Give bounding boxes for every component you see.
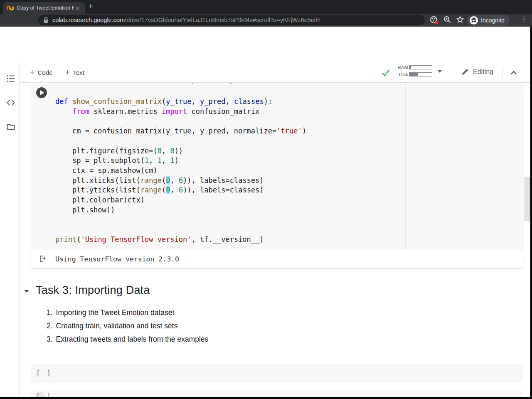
- code-token: show_confusion_matrix: [72, 97, 162, 106]
- code-token: )), labels=classes): [183, 186, 264, 194]
- list-number: 3.: [47, 335, 53, 344]
- code-token: ,: [225, 97, 234, 106]
- plus-icon: +: [65, 69, 70, 76]
- code-token: classes: [234, 97, 264, 106]
- list-item: 3. Extracting tweets and labels from the…: [47, 335, 208, 344]
- code-line[interactable]: plt.figure(figsize=(8, 8)): [55, 146, 306, 156]
- code-line[interactable]: plt.xticks(list(range(0, 6)), labels=cla…: [55, 176, 306, 186]
- list-item: 2. Creating train, validation and test s…: [47, 322, 177, 330]
- ram-label: RAM: [390, 64, 408, 71]
- address-bar[interactable]: colab.research.google.com/drive/17vsDGld…: [38, 15, 425, 25]
- add-text-label: Text: [73, 69, 85, 76]
- code-token: , tf.__version__): [192, 235, 264, 244]
- files-folder-icon[interactable]: [6, 122, 15, 131]
- code-token: ,: [162, 147, 170, 155]
- code-token: range: [140, 186, 162, 194]
- code-token: sklearn.metrics: [89, 107, 162, 116]
- code-token: plt.xticks(list(: [55, 176, 140, 185]
- code-token: plt.colorbar(ctx): [55, 196, 145, 204]
- lock-icon[interactable]: [43, 17, 49, 23]
- colab-header: Copy of Tweet Emotion Recognition - Lear…: [0, 27, 532, 63]
- code-token: 1: [170, 156, 174, 165]
- code-token: 8: [158, 147, 162, 155]
- editor-divider: [405, 84, 406, 250]
- browser-tab[interactable]: Copy of Tweet Emotion Rec ×: [3, 2, 85, 14]
- pencil-icon: [461, 68, 469, 76]
- disk-bar-fill: [409, 73, 418, 76]
- add-text-button[interactable]: + Text: [65, 69, 84, 76]
- window-edge-bottom: [0, 397, 532, 399]
- code-line[interactable]: [55, 136, 306, 146]
- partial-code-cell[interactable]: [ ]: [31, 390, 523, 397]
- zoom-icon[interactable]: [443, 15, 451, 24]
- extension-icon[interactable]: [430, 16, 438, 24]
- code-token: ): [175, 156, 179, 165]
- list-text: Importing the Tweet Emotion dataset: [56, 308, 175, 317]
- code-token: 1: [145, 156, 149, 165]
- disk-usage-bar[interactable]: [409, 72, 432, 76]
- code-line[interactable]: plt.show(): [55, 205, 306, 215]
- code-token: 'Using TensorFlow version': [81, 235, 191, 244]
- code-token: range: [140, 176, 162, 185]
- code-line[interactable]: plt.yticks(list(range(0, 6)), labels=cla…: [55, 185, 306, 195]
- code-token: [68, 97, 72, 106]
- bookmark-star-icon[interactable]: [456, 15, 464, 24]
- code-line[interactable]: cm = confusion_matrix(y_true, y_pred, no…: [55, 126, 306, 136]
- code-token: print: [55, 235, 76, 244]
- code-token: from: [72, 107, 89, 116]
- disk-label: Disk: [390, 71, 408, 78]
- code-line[interactable]: plt.colorbar(ctx): [55, 195, 306, 205]
- list-item: 1. Importing the Tweet Emotion dataset: [47, 308, 174, 317]
- code-token: (: [76, 235, 81, 244]
- resource-labels: RAM Disk: [390, 64, 408, 78]
- code-line[interactable]: [55, 116, 306, 126]
- tab-title: Copy of Tweet Emotion Rec: [17, 5, 74, 11]
- code-token: ,: [170, 176, 178, 185]
- code-token: def: [55, 97, 68, 106]
- cell-prompt: [ ]: [36, 369, 52, 377]
- code-token: confusion_matrix: [187, 107, 259, 116]
- add-code-button[interactable]: + Code: [30, 69, 52, 76]
- plus-icon: +: [30, 69, 34, 76]
- run-cell-button[interactable]: [36, 87, 47, 98]
- code-line[interactable]: [55, 225, 306, 235]
- notebook-toolbar: + Code + Text RAM Disk Editing: [20, 63, 532, 83]
- connected-check-icon: [381, 68, 391, 78]
- section-collapse-icon[interactable]: [24, 290, 29, 293]
- scrollbar-thumb[interactable]: [525, 177, 530, 221]
- code-cell: def show_confusion_matrix(y_true, y_pred…: [31, 84, 523, 268]
- code-line[interactable]: sp = plt.subplot(1, 1, 1): [55, 156, 306, 166]
- browser-menu-icon[interactable]: ⋮: [520, 15, 527, 24]
- code-token: plt.yticks(list(: [55, 186, 140, 194]
- table-of-contents-icon[interactable]: [6, 74, 15, 83]
- code-token: )), labels=classes): [183, 176, 264, 185]
- code-token: sp = plt.subplot(: [55, 156, 145, 165]
- code-token: plt.show(): [55, 206, 115, 214]
- list-text: Creating train, validation and test sets: [56, 322, 178, 330]
- code-token: ,: [149, 156, 157, 165]
- code-line[interactable]: from sklearn.metrics import confusion_ma…: [55, 107, 306, 117]
- colab-window: Copy of Tweet Emotion Rec × + colab.rese…: [0, 0, 532, 399]
- colab-favicon: [7, 5, 14, 11]
- section-heading[interactable]: Task 3: Importing Data: [36, 284, 150, 297]
- code-snippets-icon[interactable]: [6, 98, 15, 107]
- code-line[interactable]: [55, 215, 306, 225]
- empty-code-cell[interactable]: [ ]: [31, 364, 523, 383]
- ram-usage-bar[interactable]: [409, 65, 432, 69]
- code-line[interactable]: print('Using TensorFlow version', tf.__v…: [55, 235, 306, 245]
- code-editor[interactable]: def show_confusion_matrix(y_true, y_pred…: [55, 97, 306, 245]
- code-token: 6: [179, 176, 183, 185]
- code-token: cm = confusion_matrix(y_true, y_pred, no…: [55, 127, 276, 135]
- new-tab-button[interactable]: +: [88, 1, 93, 11]
- cell-prompt: [ ]: [36, 392, 52, 397]
- tab-close-icon[interactable]: ×: [76, 5, 79, 11]
- window-edge-right: [530, 27, 532, 399]
- code-line[interactable]: def show_confusion_matrix(y_true, y_pred…: [55, 97, 306, 107]
- add-code-label: Code: [38, 69, 53, 76]
- code-line[interactable]: ctx = sp.matshow(cm): [55, 166, 306, 176]
- chevron-up-icon[interactable]: [509, 68, 518, 77]
- resources-dropdown-icon[interactable]: [438, 70, 442, 73]
- editing-mode-button[interactable]: Editing: [461, 68, 493, 76]
- code-token: (: [162, 176, 166, 185]
- list-number: 1.: [47, 308, 53, 317]
